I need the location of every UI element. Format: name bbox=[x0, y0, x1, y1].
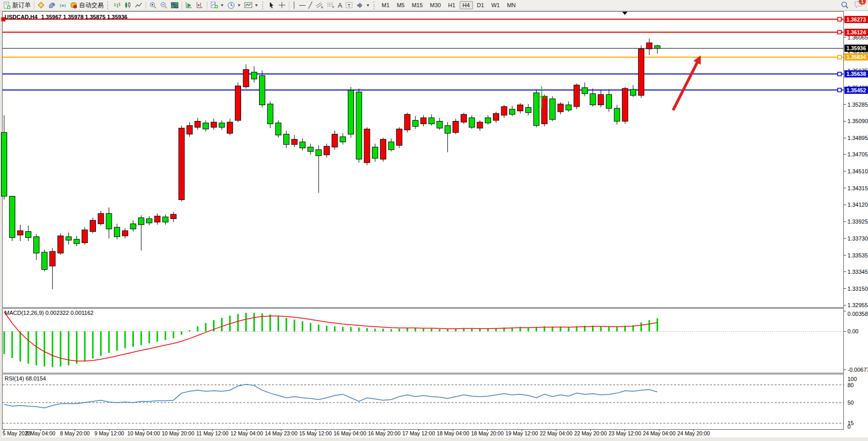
candle-body bbox=[260, 75, 265, 105]
candle-body bbox=[598, 94, 604, 105]
macd-bar bbox=[439, 329, 440, 331]
date-label: 10 May 20:00 bbox=[162, 430, 194, 436]
line-handle[interactable] bbox=[838, 17, 841, 21]
candle-body bbox=[211, 122, 216, 127]
macd-bar bbox=[52, 331, 53, 367]
macd-bar bbox=[28, 331, 29, 364]
candle-body bbox=[655, 46, 660, 48]
candle-body bbox=[33, 237, 39, 253]
line-handle[interactable] bbox=[838, 30, 841, 34]
price-badge: 1.35452 bbox=[844, 87, 868, 94]
rsi-indicator-label: RSI(14) 68.0154 bbox=[5, 375, 46, 382]
candle-body bbox=[17, 231, 23, 235]
macd-panel-frame bbox=[3, 309, 844, 373]
macd-bar bbox=[471, 329, 472, 332]
macd-tick-label: 0.00 bbox=[847, 328, 858, 334]
macd-bar bbox=[657, 318, 658, 332]
date-label: 15 May 12:00 bbox=[299, 430, 332, 436]
candle-body bbox=[74, 239, 80, 244]
macd-bar bbox=[415, 328, 416, 332]
macd-bar bbox=[278, 316, 279, 332]
macd-bar bbox=[197, 326, 199, 331]
macd-bar bbox=[399, 329, 400, 332]
macd-bar bbox=[342, 327, 344, 332]
macd-bar bbox=[156, 331, 158, 342]
candle-body bbox=[90, 221, 95, 232]
line-handle[interactable] bbox=[838, 55, 841, 59]
candle-body bbox=[340, 137, 346, 142]
date-label: 10 May 04:00 bbox=[127, 430, 160, 436]
date-label: 22 May 04:00 bbox=[540, 430, 573, 436]
rsi-tick-label: 80 bbox=[847, 382, 854, 388]
candle-body bbox=[574, 85, 580, 107]
candle-body bbox=[284, 134, 289, 145]
macd-bar bbox=[181, 331, 182, 335]
candle-body bbox=[388, 142, 394, 150]
date-label: 8 May 20:00 bbox=[60, 430, 90, 436]
price-tick-label: 1.35285 bbox=[847, 102, 868, 108]
rsi-tick-label: 100 bbox=[847, 376, 857, 382]
macd-bar bbox=[431, 329, 432, 332]
macd-tick-label: 0.003581 bbox=[847, 311, 868, 317]
macd-bar bbox=[350, 327, 351, 332]
macd-tick-label: -0.006775 bbox=[847, 367, 868, 373]
date-label: 14 May 23:00 bbox=[265, 430, 298, 436]
candle-body bbox=[130, 224, 136, 229]
rsi-tick-label: 0 bbox=[847, 424, 851, 430]
macd-bar bbox=[205, 323, 207, 332]
macd-bar bbox=[479, 329, 481, 332]
candle-body bbox=[348, 90, 353, 134]
candle-body bbox=[122, 231, 128, 236]
macd-bar bbox=[269, 314, 271, 331]
candle-body bbox=[219, 123, 225, 127]
candle-body bbox=[50, 251, 55, 266]
macd-bar bbox=[44, 331, 45, 366]
date-label: 18 May 04:00 bbox=[437, 430, 469, 436]
price-tick-label: 1.34705 bbox=[847, 151, 868, 157]
macd-bar bbox=[648, 320, 650, 331]
price-tick-label: 1.32955 bbox=[847, 302, 868, 308]
macd-bar bbox=[124, 331, 126, 348]
candle-body bbox=[171, 214, 176, 218]
candle-body bbox=[300, 142, 305, 148]
macd-bar bbox=[237, 314, 239, 331]
candle-body bbox=[227, 122, 233, 133]
candle-body bbox=[179, 128, 184, 199]
candle-body bbox=[509, 109, 515, 114]
candle-body bbox=[558, 104, 563, 112]
price-badge: 1.36124 bbox=[844, 29, 868, 36]
candle-body bbox=[356, 92, 362, 159]
macd-bar bbox=[108, 331, 110, 353]
macd-bar bbox=[616, 327, 618, 332]
candle-body bbox=[485, 118, 491, 123]
macd-bar bbox=[423, 329, 424, 332]
macd-bar bbox=[286, 318, 287, 331]
date-label: 16 May 20:00 bbox=[368, 430, 401, 436]
macd-bar bbox=[310, 323, 311, 332]
date-label: 16 May 04:00 bbox=[333, 430, 366, 436]
price-tick-label: 1.33535 bbox=[847, 252, 868, 258]
macd-bar bbox=[527, 328, 529, 332]
candle-body bbox=[461, 114, 467, 122]
candle-body bbox=[139, 218, 144, 225]
chart-canvas[interactable]: 1.362601.360651.358701.356751.354801.352… bbox=[0, 0, 868, 441]
candle-body bbox=[534, 93, 539, 126]
macd-bar bbox=[407, 328, 408, 332]
symbol-period-label: USDCAD,H4 bbox=[5, 14, 37, 20]
candle-body bbox=[477, 122, 483, 128]
line-handle[interactable] bbox=[838, 88, 841, 92]
date-label: 17 May 12:00 bbox=[402, 430, 435, 436]
candle-body bbox=[106, 213, 112, 229]
candle-body bbox=[380, 139, 386, 159]
date-label: 12 May 04:00 bbox=[230, 430, 263, 436]
ohlc-quote-label: 1.35967 1.35978 1.35875 1.35936 bbox=[41, 14, 127, 20]
price-badge: 1.35834 bbox=[844, 53, 868, 61]
macd-bar bbox=[358, 328, 360, 332]
macd-bar bbox=[382, 329, 384, 332]
candle-body bbox=[364, 129, 370, 163]
candle-body bbox=[630, 89, 636, 95]
candle-body bbox=[493, 113, 499, 120]
macd-indicator-label: MACD(12,26,9) 0.002322 0.001162 bbox=[5, 310, 93, 316]
line-handle[interactable] bbox=[838, 72, 841, 76]
main-panel-frame bbox=[3, 12, 844, 308]
